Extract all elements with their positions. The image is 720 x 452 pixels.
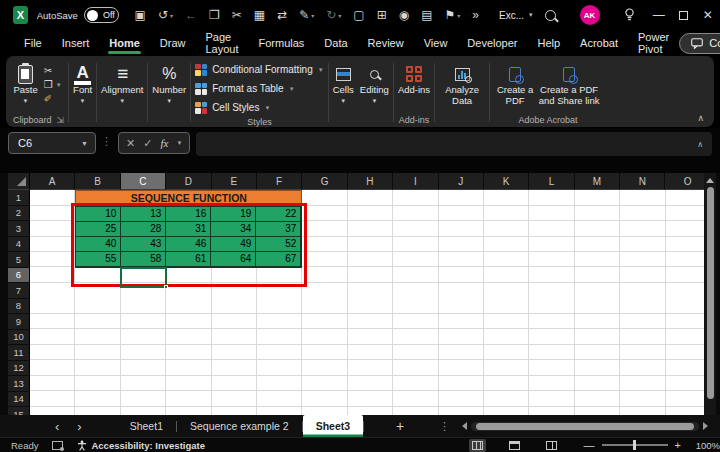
row-header-7[interactable]: 7	[8, 283, 30, 299]
autosave-toggle[interactable]: Off	[84, 7, 119, 23]
confirm-entry-button[interactable]: ✓	[143, 137, 152, 150]
zoom-slider[interactable]	[602, 444, 668, 446]
sheet-tab-sequence-example-2[interactable]: Sequence example 2	[177, 415, 302, 437]
cancel-entry-button[interactable]: ✕	[126, 137, 135, 150]
comments-button[interactable]: Comments	[679, 33, 720, 54]
tab-draw[interactable]: Draw	[150, 30, 196, 56]
column-header-N[interactable]: N	[620, 173, 665, 190]
vertical-scroll-thumb[interactable]	[707, 187, 714, 399]
name-box[interactable]: C6 ▼	[8, 132, 96, 154]
sheet-tab-sheet1[interactable]: Sheet1	[117, 415, 176, 437]
font-button[interactable]: A Font ▼	[73, 60, 92, 105]
number-button[interactable]: % Number ▼	[152, 60, 186, 105]
row-header-11[interactable]: 11	[8, 345, 30, 361]
dialog-launcher-icon[interactable]: ⇲	[57, 115, 65, 125]
column-header-K[interactable]: K	[484, 173, 529, 190]
save-icon[interactable]: ▣	[129, 8, 152, 22]
horizontal-scroll-thumb[interactable]	[476, 423, 695, 430]
conditional-formatting-button[interactable]: Conditional Formatting ▼	[195, 60, 324, 79]
new-sheet-button[interactable]: +	[386, 418, 414, 434]
column-header-C[interactable]: C	[121, 173, 166, 190]
scroll-left-icon[interactable]	[462, 422, 467, 430]
close-button[interactable]: ✕	[696, 0, 720, 30]
row-header-8[interactable]: 8	[8, 299, 30, 315]
normal-view-button[interactable]	[469, 439, 486, 452]
select-all-button[interactable]	[8, 173, 30, 190]
tips-button[interactable]	[612, 0, 647, 30]
search-button[interactable]	[533, 0, 568, 30]
alignment-button[interactable]: ≡ Alignment ▼	[101, 60, 143, 105]
row-header-6[interactable]: 6	[8, 268, 30, 284]
copy-icon[interactable]: ❐	[203, 8, 226, 22]
column-header-H[interactable]: H	[348, 173, 393, 190]
next-sheet-button[interactable]: ›	[68, 420, 90, 433]
sheet-tab-sheet3[interactable]: Sheet3	[303, 415, 363, 437]
account-button[interactable]: AK	[568, 0, 612, 30]
row-header-4[interactable]: 4	[8, 237, 30, 253]
cut-icon[interactable]: ✂	[226, 8, 248, 22]
row-header-14[interactable]: 14	[8, 392, 30, 408]
zoom-out-button[interactable]: —	[584, 439, 595, 451]
accessibility-status[interactable]: Accessibility: Investigate	[77, 440, 205, 451]
row-header-3[interactable]: 3	[8, 221, 30, 237]
tab-page-layout[interactable]: Page Layout	[195, 30, 248, 56]
horizontal-scrollbar[interactable]	[471, 422, 699, 431]
column-header-G[interactable]: G	[302, 173, 347, 190]
formula-input[interactable]: ∧	[196, 132, 712, 156]
create-pdf-share-button[interactable]: Create a PDF and Share link	[536, 60, 602, 107]
zoom-in-button[interactable]: +	[675, 439, 681, 451]
ink-icon[interactable]: ✎▾	[293, 8, 320, 22]
drag-handle-icon[interactable]: ⋮	[101, 135, 112, 148]
back-icon[interactable]: ←	[179, 8, 203, 22]
format-painter-button[interactable]: ✐	[44, 93, 62, 104]
row-header-2[interactable]: 2	[8, 206, 30, 222]
column-header-L[interactable]: L	[529, 173, 574, 190]
column-header-M[interactable]: M	[575, 173, 620, 190]
catalog-icon[interactable]: ▤	[415, 8, 438, 22]
row-header-12[interactable]: 12	[8, 361, 30, 377]
previous-sheet-button[interactable]: ‹	[46, 420, 68, 433]
tab-power-pivot[interactable]: Power Pivot	[628, 30, 679, 56]
tab-home[interactable]: Home	[99, 30, 150, 56]
minimize-button[interactable]: —	[647, 0, 671, 30]
zoom-slider-handle[interactable]	[633, 440, 636, 450]
collapse-ribbon-icon[interactable]: ∧	[697, 113, 704, 123]
camera-icon[interactable]: ◉	[393, 8, 415, 22]
flag-icon[interactable]: ⚑▾	[439, 8, 467, 22]
page-break-view-button[interactable]	[543, 439, 560, 452]
addins-button[interactable]: Add-ins	[398, 60, 430, 96]
more-commands-icon[interactable]: »	[466, 8, 485, 22]
format-as-table-button[interactable]: Format as Table ▼	[195, 79, 294, 98]
maximize-button[interactable]	[671, 0, 695, 30]
column-header-A[interactable]: A	[30, 173, 75, 190]
table-grid-icon[interactable]: ⊞	[371, 8, 393, 22]
excel-logo-icon[interactable]: X	[13, 6, 28, 24]
tab-data[interactable]: Data	[314, 30, 357, 56]
create-pdf-button[interactable]: Create a PDF	[494, 60, 536, 107]
column-header-J[interactable]: J	[439, 173, 484, 190]
paste-picture-icon[interactable]: ▦	[248, 8, 271, 22]
row-header-5[interactable]: 5	[8, 252, 30, 268]
column-header-F[interactable]: F	[257, 173, 302, 190]
page-layout-view-button[interactable]	[506, 439, 523, 452]
editing-button[interactable]: Editing ▼	[360, 60, 389, 105]
tab-developer[interactable]: Developer	[457, 30, 527, 56]
row-header-9[interactable]: 9	[8, 314, 30, 330]
vertical-scrollbar[interactable]	[704, 173, 716, 415]
analyze-data-button[interactable]: Analyze Data	[439, 60, 485, 107]
paste-button[interactable]: Paste ▼	[13, 60, 37, 105]
column-header-B[interactable]: B	[75, 173, 120, 190]
copy-button[interactable]: ❐▼	[44, 79, 62, 90]
scroll-right-icon[interactable]	[703, 422, 708, 430]
insert-function-button[interactable]: fx	[160, 137, 168, 149]
row-header-1[interactable]: 1	[8, 190, 30, 206]
redo-icon[interactable]: ↻▾	[320, 8, 347, 22]
row-header-10[interactable]: 10	[8, 330, 30, 346]
scroll-up-icon[interactable]	[706, 178, 714, 183]
tab-options-icon[interactable]: ⋮	[431, 420, 458, 433]
row-header-13[interactable]: 13	[8, 376, 30, 392]
active-cell-selection[interactable]	[120, 267, 167, 288]
cell-styles-button[interactable]: Cell Styles ▼	[195, 98, 270, 117]
tab-view[interactable]: View	[414, 30, 458, 56]
undo-icon[interactable]: ↺▾	[152, 8, 179, 22]
